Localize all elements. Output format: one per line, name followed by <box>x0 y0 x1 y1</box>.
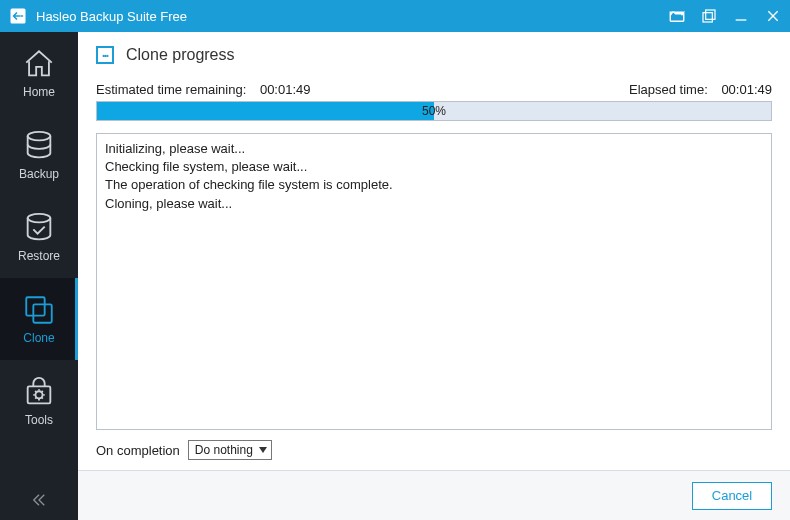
titlebar-actions <box>668 7 782 25</box>
chevron-double-left-icon <box>30 491 48 509</box>
log-line: Cloning, please wait... <box>105 195 763 213</box>
home-icon <box>22 47 56 81</box>
svg-point-7 <box>28 214 51 223</box>
time-row: Estimated time remaining: 00:01:49 Elaps… <box>96 82 772 97</box>
cancel-button-label: Cancel <box>712 488 752 503</box>
sidebar: Home Backup Restore Clone <box>0 32 78 520</box>
sidebar-item-label: Clone <box>23 331 54 345</box>
estimated-time-value: 00:01:49 <box>260 82 311 97</box>
estimated-time: Estimated time remaining: 00:01:49 <box>96 82 311 97</box>
estimated-time-label: Estimated time remaining: <box>96 82 246 97</box>
completion-row: On completion Do nothing <box>96 440 772 460</box>
progress-fill <box>97 102 434 120</box>
page-title: Clone progress <box>126 46 235 64</box>
app-title: Hasleo Backup Suite Free <box>36 9 668 24</box>
cancel-button[interactable]: Cancel <box>692 482 772 510</box>
close-icon[interactable] <box>764 7 782 25</box>
sidebar-collapse-button[interactable] <box>0 480 78 520</box>
tools-icon <box>22 375 56 409</box>
completion-selected-value: Do nothing <box>195 443 253 457</box>
sidebar-item-restore[interactable]: Restore <box>0 196 78 278</box>
restore-icon <box>22 211 56 245</box>
svg-point-11 <box>35 391 42 398</box>
log-line: Checking file system, please wait... <box>105 158 763 176</box>
completion-dropdown[interactable]: Do nothing <box>188 440 272 460</box>
sidebar-item-label: Restore <box>18 249 60 263</box>
log-line: Initializing, please wait... <box>105 140 763 158</box>
progress-header-icon: ••• <box>96 46 114 64</box>
elapsed-time: Elapsed time: 00:01:49 <box>629 82 772 97</box>
footer-bar: Cancel <box>78 470 790 520</box>
sidebar-item-clone[interactable]: Clone <box>0 278 78 360</box>
elapsed-time-value: 00:01:49 <box>721 82 772 97</box>
svg-point-6 <box>28 132 51 141</box>
progress-percent-label: 50% <box>422 104 446 118</box>
app-logo-icon <box>8 6 28 26</box>
sidebar-item-label: Home <box>23 85 55 99</box>
app-window: Hasleo Backup Suite Free Home <box>0 0 790 520</box>
svg-rect-2 <box>703 13 712 22</box>
log-output[interactable]: Initializing, please wait...Checking fil… <box>96 133 772 430</box>
svg-rect-1 <box>706 10 715 19</box>
elapsed-time-label: Elapsed time: <box>629 82 708 97</box>
main-area: ••• Clone progress Estimated time remain… <box>78 32 790 520</box>
chevron-down-icon <box>259 447 267 453</box>
app-body: Home Backup Restore Clone <box>0 32 790 520</box>
page-header: ••• Clone progress <box>96 46 772 64</box>
log-line: The operation of checking file system is… <box>105 176 763 194</box>
svg-rect-8 <box>26 297 44 315</box>
sidebar-item-label: Backup <box>19 167 59 181</box>
completion-label: On completion <box>96 443 180 458</box>
sidebar-item-home[interactable]: Home <box>0 32 78 114</box>
titlebar: Hasleo Backup Suite Free <box>0 0 790 32</box>
content: ••• Clone progress Estimated time remain… <box>78 32 790 470</box>
window-restore-icon[interactable] <box>700 7 718 25</box>
sidebar-item-backup[interactable]: Backup <box>0 114 78 196</box>
svg-rect-9 <box>33 304 51 322</box>
clone-icon <box>22 293 56 327</box>
svg-rect-10 <box>28 386 51 403</box>
sidebar-item-label: Tools <box>25 413 53 427</box>
open-folder-icon[interactable] <box>668 7 686 25</box>
progress-bar: 50% <box>96 101 772 121</box>
backup-icon <box>22 129 56 163</box>
minimize-icon[interactable] <box>732 7 750 25</box>
sidebar-item-tools[interactable]: Tools <box>0 360 78 442</box>
